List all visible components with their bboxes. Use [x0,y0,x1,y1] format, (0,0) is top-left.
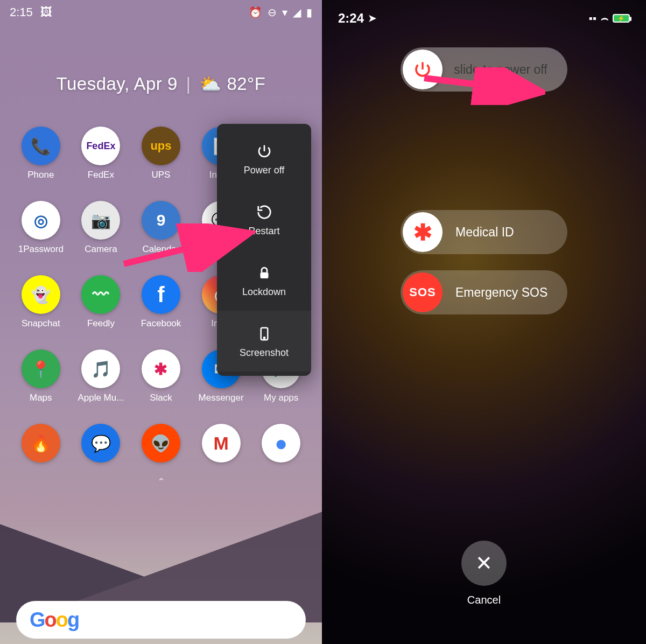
signal-icon: ▪▪ [589,12,596,25]
power-off-label: Power off [244,165,285,176]
lock-icon [256,265,272,281]
power-icon [256,143,272,159]
cancel-label: Cancel [467,594,501,606]
app-maps[interactable]: 📍Maps [11,349,71,403]
app-label: Feedly [87,318,115,329]
lockdown-label: Lockdown [242,286,286,298]
app-label: Slack [150,393,172,403]
widget-temp: 82°F [227,74,265,94]
restart-button[interactable]: Restart [217,189,311,250]
app-slot-20[interactable]: 🔥 [11,424,71,467]
app-icon: 🔥 [22,424,60,463]
app-1password[interactable]: ◎1Password [11,201,71,255]
slide-label: slide to power off [445,62,567,77]
app-label: Facebook [141,318,181,329]
app-icon: ups [142,127,180,165]
battery-icon: ▮ [306,6,312,19]
app-label: Maps [30,393,52,403]
medical-id-label: Medical ID [455,225,514,240]
sos-label: Emergency SOS [455,285,547,300]
google-search-pill[interactable]: Goog [16,601,306,639]
wifi-icon: ⌢ [601,11,608,25]
alarm-icon: ⏰ [249,6,262,19]
lockdown-button[interactable]: Lockdown [217,250,311,311]
app-label: Snapchat [22,318,60,329]
app-icon: 📷 [81,201,120,240]
app-icon: 9 [142,201,180,240]
screenshot-icon [256,326,272,342]
android-screenshot: 2:15 🖼 ⏰ ⊖ ▾ ◢ ▮ Tuesday, Apr 9 | ⛅ 82°F… [0,0,322,644]
wifi-icon: ▾ [282,6,287,19]
app-icon: FedEx [81,127,120,165]
app-snapchat[interactable]: 👻Snapchat [11,275,71,329]
partly-sunny-icon: ⛅ [199,74,222,94]
app-label: FedEx [88,170,114,180]
medical-id-icon: ✱ [403,212,443,252]
status-time: 2:24 [338,11,364,26]
app-icon: f [142,275,180,314]
emergency-sos-button[interactable]: SOS Emergency SOS [401,270,567,314]
restart-label: Restart [248,226,279,237]
app-drawer-handle[interactable]: ⌃ [157,476,165,488]
app-apple-mu-[interactable]: 🎵Apple Mu... [71,349,131,403]
app-facebook[interactable]: fFacebook [131,275,191,329]
app-fedex[interactable]: FedExFedEx [71,127,131,180]
svg-point-2 [263,337,265,339]
restart-icon [256,204,272,220]
status-time: 2:15 [10,5,33,19]
google-logo-icon: Goog [30,608,79,632]
dnd-icon: ⊖ [268,6,277,19]
app-slack[interactable]: ✱Slack [131,349,191,403]
ios-status-bar: 2:24 ➤ ▪▪ ⌢ ⚡ [322,0,646,26]
power-knob[interactable] [403,50,443,89]
app-icon: ◎ [22,201,60,240]
app-icon: 👻 [22,275,60,314]
cancel-button[interactable]: ✕ [461,541,507,586]
app-icon: ✱ [142,349,180,388]
app-label: 1Password [18,244,64,255]
signal-icon: ◢ [293,6,301,19]
app-icon: 〰 [81,275,120,314]
power-icon [413,60,432,79]
widget-separator: | [186,74,191,94]
app-slot-22[interactable]: 👽 [131,424,191,467]
app-icon: M [202,424,241,463]
app-icon: 💬 [81,424,120,463]
app-label: Apple Mu... [78,393,124,403]
battery-charging-icon: ⚡ [613,14,630,23]
widget-date: Tuesday, Apr 9 [57,74,178,94]
app-label: My apps [264,393,298,403]
power-menu: Power off Restart Lockdown Screenshot [217,124,311,376]
app-calendar[interactable]: 9Calendar [131,201,191,255]
app-label: Camera [85,244,117,255]
cancel-area: ✕ Cancel [461,541,507,606]
sos-icon: SOS [403,272,443,312]
app-phone[interactable]: 📞Phone [11,127,71,180]
slide-to-power-off[interactable]: slide to power off [401,47,567,92]
location-icon: ➤ [368,12,376,24]
app-camera[interactable]: 📷Camera [71,201,131,255]
app-ups[interactable]: upsUPS [131,127,191,180]
close-icon: ✕ [475,551,493,575]
screenshot-button[interactable]: Screenshot [217,311,311,372]
app-label: Messenger [199,393,244,403]
app-label: Phone [27,170,54,180]
app-icon: 📍 [22,349,60,388]
ios-screenshot: 2:24 ➤ ▪▪ ⌢ ⚡ slide to power off ✱ Medic… [322,0,646,644]
app-label: Calendar [142,244,179,255]
app-feedly[interactable]: 〰Feedly [71,275,131,329]
app-icon: 📞 [22,127,60,165]
date-weather-widget[interactable]: Tuesday, Apr 9 | ⛅ 82°F [0,73,322,94]
app-icon: 👽 [142,424,180,463]
app-slot-24[interactable]: ● [251,424,311,467]
medical-id-button[interactable]: ✱ Medical ID [401,210,567,254]
android-status-bar: 2:15 🖼 ⏰ ⊖ ▾ ◢ ▮ [0,0,322,19]
screenshot-label: Screenshot [240,347,289,359]
app-slot-23[interactable]: M [191,424,251,467]
app-icon: 🎵 [81,349,120,388]
app-icon: ● [262,424,300,463]
app-slot-21[interactable]: 💬 [71,424,131,467]
image-icon: 🖼 [40,5,52,19]
svg-rect-0 [260,272,268,278]
power-off-button[interactable]: Power off [217,128,311,189]
